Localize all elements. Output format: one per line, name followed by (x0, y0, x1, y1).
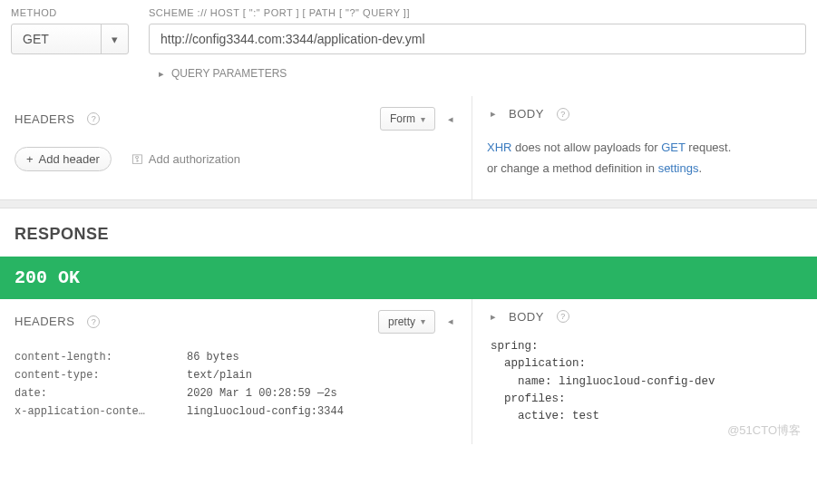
response-headers-table: content-length:86 bytes content-type:tex… (0, 344, 472, 439)
help-icon[interactable]: ? (557, 108, 569, 121)
url-input[interactable] (149, 24, 806, 54)
settings-link[interactable]: settings (658, 161, 699, 175)
collapse-left-icon[interactable]: ◂ (444, 315, 457, 327)
url-label: SCHEME :// HOST [ ":" PORT ] [ PATH [ "?… (149, 7, 806, 18)
method-label: METHOD (11, 7, 129, 18)
req-body-message: XHR does not allow payloads for GET requ… (472, 131, 817, 199)
xhr-link[interactable]: XHR (487, 141, 511, 154)
collapse-right-icon[interactable]: ▸ (487, 108, 500, 120)
plus-icon: + (26, 152, 34, 166)
req-body-label: BODY (509, 107, 544, 121)
response-title: RESPONSE (0, 208, 817, 257)
collapse-right-icon[interactable]: ▸ (487, 311, 500, 323)
status-bar: 200 OK (0, 257, 817, 299)
headers-pretty-select[interactable]: pretty (378, 310, 435, 334)
divider (0, 199, 817, 208)
table-row: content-type:text/plain (15, 366, 457, 384)
add-authorization-button[interactable]: Add authorization (131, 147, 240, 171)
help-icon[interactable]: ? (87, 112, 100, 125)
chevron-down-icon[interactable]: ▾ (101, 24, 128, 53)
table-row: date:2020 Mar 1 00:28:59 —2s (15, 384, 457, 402)
headers-form-select[interactable]: Form (380, 107, 435, 131)
query-parameters-toggle[interactable]: QUERY PARAMETERS (0, 54, 817, 96)
table-row: content-length:86 bytes (15, 348, 457, 366)
collapse-left-icon[interactable]: ◂ (444, 113, 457, 125)
resp-body-label: BODY (509, 310, 544, 324)
method-select[interactable]: GET ▾ (11, 24, 129, 54)
add-header-button[interactable]: + Add header (15, 147, 112, 171)
table-row: x-application-conte…lingluocloud-config:… (15, 402, 457, 421)
watermark: @51CTO博客 (727, 422, 801, 439)
help-icon[interactable]: ? (557, 310, 569, 323)
get-link[interactable]: GET (661, 141, 686, 154)
resp-headers-label: HEADERS (15, 315, 74, 328)
help-icon[interactable]: ? (87, 315, 100, 328)
method-value: GET (12, 24, 101, 53)
req-headers-label: HEADERS (15, 112, 74, 126)
caret-right-icon (159, 67, 164, 80)
query-parameters-label: QUERY PARAMETERS (171, 67, 287, 80)
key-icon (131, 152, 143, 166)
